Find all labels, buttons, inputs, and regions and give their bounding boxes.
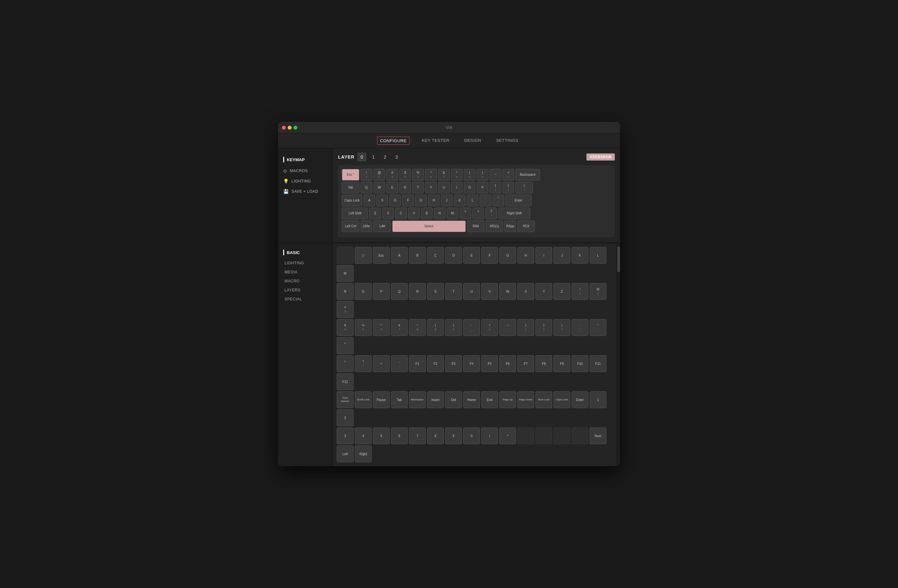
picker-e[interactable]: E (463, 247, 480, 264)
nav-key-tester[interactable]: KEY TESTER (419, 137, 452, 145)
picker-gt[interactable]: >. (337, 355, 354, 372)
picker-v[interactable]: V (481, 283, 498, 300)
key-l[interactable]: L (467, 195, 478, 206)
picker-at[interactable]: @2 (590, 283, 606, 300)
key-rctl[interactable]: RCtl (517, 221, 535, 232)
picker-num6[interactable]: 6 (391, 427, 408, 444)
picker-del[interactable]: Del (445, 391, 462, 408)
picker-x[interactable]: X (517, 283, 534, 300)
key-6[interactable]: ^6 (425, 169, 437, 181)
key-esc[interactable]: Esc ` (342, 169, 359, 181)
key-r[interactable]: R (399, 182, 411, 193)
picker-g[interactable]: G (499, 247, 516, 264)
key-u[interactable]: U (438, 182, 450, 193)
layer-btn-1[interactable]: 1 (369, 153, 378, 161)
picker-f11[interactable]: F11 (590, 355, 606, 372)
key-rapp[interactable]: RApp (504, 221, 516, 232)
key-lbracket[interactable]: {[ (490, 182, 501, 193)
key-y[interactable]: Y (425, 182, 437, 193)
key-backslash[interactable]: |\ (515, 182, 533, 193)
key-period[interactable]: >. (472, 207, 484, 219)
sidebar-basic-special[interactable]: SPECIAL (278, 295, 332, 304)
key-w[interactable]: W (374, 182, 385, 193)
maximize-button[interactable] (294, 126, 297, 130)
key-a[interactable]: A (363, 195, 375, 206)
picker-page-down[interactable]: Page Down (517, 391, 534, 408)
nav-settings[interactable]: SETTINGS (494, 137, 521, 145)
picker-d[interactable]: D (445, 247, 462, 264)
layer-btn-2[interactable]: 2 (381, 153, 389, 161)
picker-f3[interactable]: F3 (445, 355, 462, 372)
key-p[interactable]: P (477, 182, 488, 193)
picker-w[interactable]: W (499, 283, 516, 300)
key-comma[interactable]: <, (460, 207, 471, 219)
key-h[interactable]: H (428, 195, 440, 206)
picker-m[interactable]: M (337, 265, 354, 282)
nav-configure[interactable]: CONFIGURE (377, 137, 410, 145)
key-8[interactable]: *8 (451, 169, 463, 181)
sidebar-basic-macro[interactable]: MACRO (278, 276, 332, 286)
key-b[interactable]: B (421, 207, 432, 219)
scrollbar-track[interactable] (617, 243, 620, 466)
picker-tab[interactable]: Tab (391, 391, 408, 408)
key-right-shift[interactable]: Right Shift (498, 207, 530, 219)
picker-print-screen[interactable]: Print Screen (337, 391, 354, 408)
key-left-shift[interactable]: Left Shift (342, 207, 368, 219)
sidebar-macros[interactable]: ⊙ MACROS (278, 166, 332, 176)
key-m[interactable]: M (447, 207, 458, 219)
key-t[interactable]: T (412, 182, 424, 193)
picker-transparent[interactable]: ▽ (355, 247, 372, 264)
picker-f12[interactable]: F12 (337, 373, 354, 390)
picker-a[interactable]: A (391, 247, 408, 264)
sidebar-save-load[interactable]: 💾 SAVE + LOAD (278, 186, 332, 197)
picker-num3[interactable]: 3 (337, 427, 354, 444)
picker-f7[interactable]: F7 (517, 355, 534, 372)
key-n[interactable]: N (434, 207, 446, 219)
key-9[interactable]: (9 (464, 169, 475, 181)
key-rbracket[interactable]: }] (503, 182, 514, 193)
picker-lparen[interactable]: (9 (427, 319, 444, 336)
key-o[interactable]: O (464, 182, 475, 193)
picker-page-up[interactable]: Page Up (499, 391, 516, 408)
picker-num-label[interactable]: Num (590, 427, 606, 444)
picker-insert[interactable]: Insert (427, 391, 444, 408)
picker-eq[interactable]: = (373, 355, 390, 372)
key-space[interactable]: Space (392, 221, 466, 232)
picker-num4[interactable]: 4 (355, 427, 372, 444)
picker-home[interactable]: Home (463, 391, 480, 408)
layer-btn-0[interactable]: 0 (358, 153, 366, 161)
picker-num0[interactable]: 0 (463, 427, 480, 444)
picker-enter[interactable]: Enter (572, 391, 588, 408)
picker-f10[interactable]: F10 (572, 355, 588, 372)
picker-o[interactable]: O (355, 283, 372, 300)
key-semicolon[interactable]: :; (480, 195, 491, 206)
key-s[interactable]: S (377, 195, 388, 206)
minimize-button[interactable] (288, 126, 292, 130)
picker-colon[interactable]: :; (572, 319, 588, 336)
key-mo1[interactable]: MO(1) (486, 221, 503, 232)
picker-numslash[interactable]: / (481, 427, 498, 444)
picker-num1[interactable]: 1 (590, 391, 606, 408)
picker-c[interactable]: C (427, 247, 444, 264)
picker-num2[interactable]: 2 (337, 409, 354, 426)
picker-star[interactable]: *8 (409, 319, 426, 336)
sidebar-basic-layers[interactable]: LAYERS (278, 286, 332, 295)
key-lalt[interactable]: LAlt (374, 221, 391, 232)
sidebar-keymap[interactable]: KEYMAP (278, 154, 332, 166)
key-q[interactable]: Q (361, 182, 372, 193)
picker-scroll-lock[interactable]: Scroll Lock (355, 391, 372, 408)
picker-dquote[interactable]: "' (590, 319, 606, 336)
picker-right[interactable]: Right (355, 445, 372, 462)
picker-k[interactable]: K (572, 247, 588, 264)
key-tab[interactable]: Tab (342, 182, 359, 193)
picker-num8[interactable]: 8 (427, 427, 444, 444)
key-backspace[interactable]: Backspace (515, 169, 540, 181)
picker-f5[interactable]: F5 (481, 355, 498, 372)
key-j[interactable]: J (441, 195, 452, 206)
key-v[interactable]: V (408, 207, 420, 219)
key-equals[interactable]: += (503, 169, 514, 181)
key-4[interactable]: $4 (399, 169, 411, 181)
sidebar-basic-media[interactable]: MEDIA (278, 267, 332, 276)
picker-r[interactable]: R (409, 283, 426, 300)
picker-f6[interactable]: F6 (499, 355, 516, 372)
